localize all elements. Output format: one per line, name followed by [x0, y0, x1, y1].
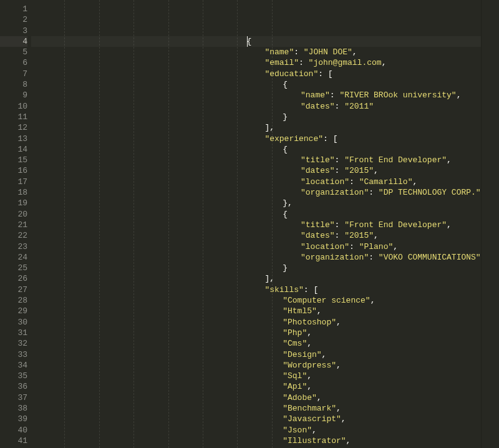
code-line[interactable]: "title": "Front End Developer", [31, 155, 481, 165]
json-punctuation: : [349, 177, 359, 187]
line-number: 37 [0, 392, 27, 403]
line-number: 36 [0, 381, 27, 392]
json-punctuation: : [318, 69, 328, 79]
json-punctuation: { [283, 210, 288, 219]
json-string: "Camarillo" [359, 177, 413, 187]
code-line[interactable]: "Cms", [31, 338, 481, 349]
code-line[interactable]: "Benchmark", [31, 403, 481, 414]
code-line[interactable]: "Adobe", [31, 392, 481, 403]
code-line[interactable]: "Json", [31, 425, 481, 436]
line-number: 13 [0, 134, 27, 144]
code-line[interactable]: "Illustrator", [31, 436, 481, 446]
code-line[interactable]: "Html5", [31, 306, 481, 316]
line-number: 14 [0, 144, 27, 155]
line-number: 6 [0, 57, 27, 68]
json-punctuation: , [374, 231, 379, 240]
code-line[interactable]: { [31, 144, 481, 155]
code-line[interactable]: "Api", [31, 381, 481, 392]
json-punctuation: , [322, 350, 327, 359]
json-key: "dates" [301, 231, 335, 240]
json-key: "dates" [301, 166, 335, 175]
line-number: 9 [0, 90, 27, 100]
line-number: 2 [0, 14, 27, 25]
code-line[interactable]: "dates": "2011" [31, 101, 481, 112]
json-string: "Illustrator" [283, 436, 346, 446]
code-line[interactable]: } [31, 263, 481, 273]
line-number: 38 [0, 403, 27, 414]
json-string: "Computer science" [283, 296, 370, 305]
json-string: "john@gmail.com [309, 58, 382, 67]
minimap-region [481, 0, 499, 448]
json-key: "education" [264, 69, 318, 79]
json-string: "2015" [344, 231, 374, 240]
line-number: 41 [0, 436, 27, 446]
line-number: 5 [0, 47, 27, 57]
line-number: 39 [0, 414, 27, 424]
json-string: "VOKO COMMUNICATIONS" [379, 253, 481, 262]
line-number: 25 [0, 263, 27, 273]
code-line[interactable]: "skills": [ [31, 285, 481, 295]
code-line[interactable]: "dates": "2015", [31, 165, 481, 176]
json-punctuation: : [335, 231, 345, 240]
code-line[interactable]: "email": "john@gmail.com, [31, 57, 481, 68]
json-punctuation: { [247, 37, 252, 46]
code-line[interactable]: ], [31, 122, 481, 133]
code-line[interactable]: "Photoshop", [31, 317, 481, 328]
code-line[interactable]: "education": [ [31, 69, 481, 79]
json-string: "Photoshop" [283, 318, 336, 327]
line-number: 3 [0, 26, 27, 36]
code-line[interactable]: "Javascript", [31, 414, 481, 424]
line-number: 35 [0, 371, 27, 381]
line-number: 8 [0, 79, 27, 90]
code-area[interactable]: {"name": "JOHN DOE","email": "john@gmail… [31, 0, 481, 448]
line-number: 1 [0, 4, 27, 14]
json-punctuation: , [341, 414, 346, 424]
code-line[interactable] [31, 14, 481, 25]
json-string: "Benchmark" [283, 404, 336, 413]
code-line[interactable]: "experience": [ [31, 134, 481, 144]
code-line[interactable]: "title": "Front End Developer", [31, 220, 481, 230]
json-punctuation: ], [264, 123, 274, 132]
json-key: "name" [264, 47, 294, 57]
json-string: "Cms" [283, 339, 307, 348]
code-line[interactable]: "Sql", [31, 371, 481, 381]
code-line[interactable]: "name": "RIVER BROok university", [31, 90, 481, 100]
code-line[interactable]: "Design", [31, 349, 481, 360]
line-number: 4 [0, 36, 27, 47]
json-punctuation: , [346, 436, 351, 446]
code-line[interactable]: }, [31, 198, 481, 208]
line-number: 7 [0, 69, 27, 79]
json-punctuation: , [317, 306, 322, 316]
code-line[interactable]: "Wordpress", [31, 360, 481, 371]
json-key: "location" [301, 242, 349, 251]
code-line[interactable]: { [31, 209, 481, 220]
line-number-gutter: 1234567891011121314151617181920212223242… [0, 0, 31, 448]
json-string: "Design" [283, 350, 321, 359]
code-line[interactable]: "location": "Camarillo", [31, 177, 481, 187]
json-key: "name" [301, 90, 330, 100]
code-line[interactable]: ], [31, 273, 481, 284]
code-line[interactable]: "name": "JOHN DOE", [31, 47, 481, 57]
code-line[interactable]: { [31, 36, 481, 47]
code-line[interactable] [31, 4, 481, 14]
line-number: 28 [0, 295, 27, 306]
line-number: 30 [0, 317, 27, 328]
code-line[interactable]: "Php", [31, 328, 481, 338]
code-line[interactable]: } [31, 112, 481, 122]
code-line[interactable]: "Computer science", [31, 295, 481, 306]
json-string: "Wordpress" [283, 361, 336, 370]
code-line[interactable] [31, 26, 481, 36]
json-punctuation: , [374, 166, 379, 175]
json-key: "skills" [264, 285, 303, 295]
code-line[interactable]: "organization": "VOKO COMMUNICATIONS" [31, 252, 481, 263]
line-number: 23 [0, 241, 27, 252]
json-punctuation: : [369, 188, 379, 197]
json-punctuation: }, [283, 198, 293, 208]
code-line[interactable]: "dates": "2015", [31, 230, 481, 241]
json-punctuation: : [304, 285, 314, 295]
code-line[interactable]: "location": "Plano", [31, 241, 481, 252]
line-number: 34 [0, 360, 27, 371]
code-line[interactable]: "organization": "DP TECHNOLOGY CORP." [31, 187, 481, 198]
json-punctuation: [ [333, 134, 338, 144]
code-line[interactable]: { [31, 79, 481, 90]
